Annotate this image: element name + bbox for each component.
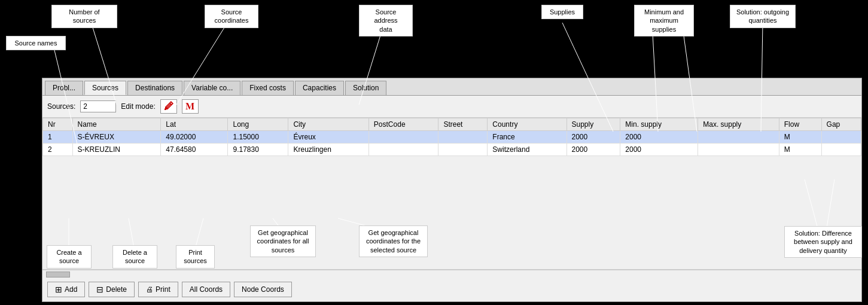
cell-1-7[interactable]: Switzerland bbox=[488, 144, 567, 156]
cell-1-6[interactable] bbox=[438, 144, 488, 156]
cell-0-2[interactable]: 49.02000 bbox=[161, 131, 228, 144]
annotation-solution-outgoing: Solution: outgoingquantities bbox=[730, 5, 796, 28]
delete-label: Delete bbox=[106, 285, 127, 294]
col-lat: Lat bbox=[161, 118, 228, 131]
col-nr: Nr bbox=[43, 118, 73, 131]
col-gap: Gap bbox=[821, 118, 861, 131]
app-window: Probl... Sources Destinations Variable c… bbox=[42, 78, 862, 302]
annotation-solution-diff: Solution: Differencebetween supply andde… bbox=[784, 226, 862, 258]
col-flow: Flow bbox=[779, 118, 821, 131]
delete-button[interactable]: ⊟ Delete bbox=[89, 282, 135, 297]
all-coords-button[interactable]: All Coords bbox=[182, 282, 230, 297]
scrollbar-thumb[interactable] bbox=[46, 272, 70, 277]
annotation-delete-source: Delete asource bbox=[112, 245, 157, 269]
table-row[interactable]: 1S-ÉVREUX49.020001.15000ÉvreuxFrance2000… bbox=[43, 131, 861, 144]
annotation-source-coordinates: Sourcecoordinates bbox=[205, 5, 258, 28]
col-postcode: PostCode bbox=[368, 118, 438, 131]
cell-0-11[interactable]: M bbox=[779, 131, 821, 144]
node-coords-button[interactable]: Node Coords bbox=[234, 282, 292, 297]
tab-destinations[interactable]: Destinations bbox=[127, 81, 182, 95]
cell-0-0[interactable]: 1 bbox=[43, 131, 73, 144]
tab-bar: Probl... Sources Destinations Variable c… bbox=[42, 78, 861, 96]
cell-1-2[interactable]: 47.64580 bbox=[161, 144, 228, 156]
cell-0-9[interactable]: 2000 bbox=[620, 131, 698, 144]
cell-1-10[interactable] bbox=[698, 144, 779, 156]
edit-mode-btn1[interactable]: 🖉 bbox=[160, 99, 177, 114]
cell-0-4[interactable]: Évreux bbox=[288, 131, 368, 144]
tab-variable-costs[interactable]: Variable co... bbox=[184, 81, 240, 95]
print-icon: 🖨 bbox=[146, 285, 153, 294]
cell-0-12[interactable] bbox=[821, 131, 861, 144]
tab-capacities[interactable]: Capacities bbox=[295, 81, 344, 95]
sources-label: Sources: bbox=[47, 102, 75, 111]
scrollbar-area[interactable] bbox=[42, 270, 861, 278]
cell-1-12[interactable] bbox=[821, 144, 861, 156]
tab-problem[interactable]: Probl... bbox=[45, 81, 83, 95]
col-country: Country bbox=[488, 118, 567, 131]
annotation-supplies: Supplies bbox=[541, 5, 583, 19]
all-coords-label: All Coords bbox=[190, 285, 223, 294]
annotation-print-sources: Printsources bbox=[176, 245, 215, 269]
tab-solution[interactable]: Solution bbox=[345, 81, 386, 95]
sources-table: Nr Name Lat Long City PostCode Street Co… bbox=[42, 118, 861, 156]
cell-1-8[interactable]: 2000 bbox=[567, 144, 620, 156]
table-row[interactable]: 2S-KREUZLIN47.645809.17830KreuzlingenSwi… bbox=[43, 144, 861, 156]
cell-0-7[interactable]: France bbox=[488, 131, 567, 144]
col-min-supply: Min. supply bbox=[620, 118, 698, 131]
delete-icon: ⊟ bbox=[96, 285, 103, 294]
add-button[interactable]: ⊞ Add bbox=[47, 282, 85, 297]
cell-0-10[interactable] bbox=[698, 131, 779, 144]
table-body: 1S-ÉVREUX49.020001.15000ÉvreuxFrance2000… bbox=[43, 131, 861, 156]
cell-1-3[interactable]: 9.17830 bbox=[228, 144, 288, 156]
node-coords-label: Node Coords bbox=[242, 285, 284, 294]
cell-1-0[interactable]: 2 bbox=[43, 144, 73, 156]
cell-0-1[interactable]: S-ÉVREUX bbox=[72, 131, 161, 144]
col-name: Name bbox=[72, 118, 161, 131]
tab-sources[interactable]: Sources bbox=[84, 81, 126, 95]
cell-0-5[interactable] bbox=[368, 131, 438, 144]
print-button[interactable]: 🖨 Print bbox=[138, 282, 178, 297]
app-content: Sources: Edit mode: 🖉 𝐌 Nr Name Lat Long… bbox=[42, 96, 861, 301]
annotation-create-source: Create asource bbox=[47, 245, 92, 269]
cell-0-3[interactable]: 1.15000 bbox=[228, 131, 288, 144]
edit-mode-btn2[interactable]: 𝐌 bbox=[182, 99, 199, 114]
print-label: Print bbox=[156, 285, 170, 294]
col-long: Long bbox=[228, 118, 288, 131]
col-city: City bbox=[288, 118, 368, 131]
annotation-source-names: Source names bbox=[6, 36, 66, 50]
button-row: ⊞ Add ⊟ Delete 🖨 Print All Coords Node C… bbox=[42, 278, 861, 301]
add-label: Add bbox=[65, 285, 77, 294]
cell-1-4[interactable]: Kreuzlingen bbox=[288, 144, 368, 156]
col-supply: Supply bbox=[567, 118, 620, 131]
toolbar-row: Sources: Edit mode: 🖉 𝐌 bbox=[42, 96, 861, 118]
col-street: Street bbox=[438, 118, 488, 131]
sources-input[interactable] bbox=[80, 100, 116, 112]
cell-1-11[interactable]: M bbox=[779, 144, 821, 156]
cell-1-9[interactable]: 2000 bbox=[620, 144, 698, 156]
annotation-min-max-supplies: Minimum andmaximum supplies bbox=[634, 5, 694, 36]
cell-1-5[interactable] bbox=[368, 144, 438, 156]
add-icon: ⊞ bbox=[55, 285, 62, 294]
tab-fixed-costs[interactable]: Fixed costs bbox=[242, 81, 294, 95]
annotation-all-coords: Get geographicalcoordinates for allsourc… bbox=[250, 225, 316, 257]
data-table-container[interactable]: Nr Name Lat Long City PostCode Street Co… bbox=[42, 118, 861, 270]
cell-0-8[interactable]: 2000 bbox=[567, 131, 620, 144]
annotation-node-coords: Get geographicalcoordinates for theselec… bbox=[359, 225, 428, 257]
annotation-number-of-sources: Number of sources bbox=[51, 5, 117, 28]
cell-1-1[interactable]: S-KREUZLIN bbox=[72, 144, 161, 156]
table-header-row: Nr Name Lat Long City PostCode Street Co… bbox=[43, 118, 861, 131]
edit-mode-label: Edit mode: bbox=[121, 102, 155, 111]
col-max-supply: Max. supply bbox=[698, 118, 779, 131]
cell-0-6[interactable] bbox=[438, 131, 488, 144]
annotation-source-address-data: Source addressdata bbox=[359, 5, 413, 36]
